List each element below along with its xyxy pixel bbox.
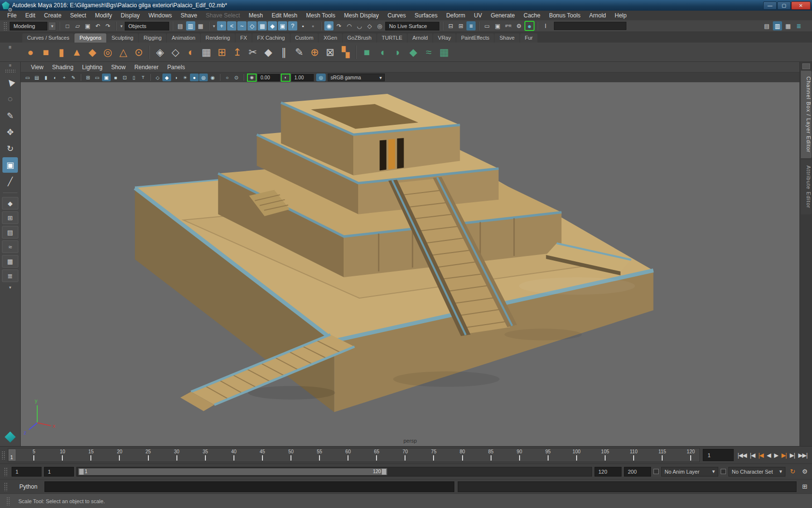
mirror-icon[interactable]: ◐ [184,45,198,60]
xray-icon[interactable]: ○ [223,74,232,81]
menu-help[interactable]: Help [610,11,631,20]
select-camera-icon[interactable]: ▭ [23,74,32,81]
anim-start-field[interactable]: 1 [12,467,42,477]
shelf-tab-arnold[interactable]: Arnold [407,33,433,43]
combine-icon[interactable]: ◈ [153,45,167,60]
snap-point-icon[interactable]: ~ [237,21,246,30]
viewport-canvas[interactable]: y x z persp [21,82,799,446]
resolution-gate-icon[interactable]: ▣ [102,74,111,81]
go-to-end-button[interactable]: ▶▶| [797,451,808,460]
poly-cone-icon[interactable]: ▲ [70,45,84,60]
menu-edit-mesh[interactable]: Edit Mesh [267,11,302,20]
tool-settings-toggle-icon[interactable]: ▥ [773,21,782,30]
field-chart-icon[interactable]: ⊡ [120,74,129,81]
redo-icon[interactable]: ↷ [103,21,113,30]
shelf-tab-shave[interactable]: Shave [494,33,519,43]
type-tool-icon[interactable]: ◆ [406,45,420,60]
open-scene-icon[interactable]: ▱ [73,21,82,30]
curve-warp-right-icon[interactable]: ◗ [391,45,405,60]
snap-view-plane-icon[interactable]: ▦ [258,21,267,30]
lasso-tool-icon[interactable]: ◌ [2,91,18,107]
panel-menu-view[interactable]: View [27,64,48,71]
minimize-button[interactable]: — [763,1,777,10]
exposure-icon[interactable]: ◉ [247,74,256,81]
extrude-icon[interactable]: ↥ [230,45,245,60]
menu-shave[interactable]: Shave [176,11,202,20]
menu-create[interactable]: Create [40,11,66,20]
time-slider-track[interactable]: 1 51015202530354045505560657075808590951… [8,448,700,462]
hypershade-render-icon[interactable]: ● [525,21,534,30]
open-render-view-icon[interactable]: ▭ [482,21,492,30]
save-scene-icon[interactable]: ▣ [83,21,92,30]
shelf-tab-custom[interactable]: Custom [290,33,319,43]
shelf-tab-xgen[interactable]: XGen [319,33,342,43]
playhead[interactable]: 1 [9,449,15,461]
mask-caret-icon[interactable]: ▾ [119,24,124,29]
step-back-frame-button[interactable]: |◀ [749,451,756,460]
move-tool-icon[interactable]: ✥ [2,124,18,140]
layout-more-caret-icon[interactable]: ▾ [9,285,12,290]
menu-set-dropdown[interactable]: Modeling [10,22,47,30]
new-scene-icon[interactable]: □ [63,21,72,30]
quick-numeric-input[interactable] [554,22,626,30]
exposure-field[interactable]: 0.00 [258,74,280,81]
gate-mask-icon[interactable]: ■ [111,74,120,81]
make-live-icon[interactable]: ▣ [278,21,287,30]
poly-plane-icon[interactable]: ◆ [85,45,100,60]
gamma-icon[interactable]: ◐ [281,74,290,81]
camera-attributes-icon[interactable]: ▤ [32,74,41,81]
menu-select[interactable]: Select [66,11,90,20]
layout-four-pane-icon[interactable]: ⊞ [2,211,18,224]
pan-zoom-2d-icon[interactable]: + [60,74,69,81]
command-language-toggle[interactable]: Python [13,483,41,490]
shelf-tab-animation[interactable]: Animation [167,33,200,43]
script-editor-icon[interactable]: ⊞ [800,482,810,492]
shelf-tab-curves-surfaces[interactable]: Curves / Surfaces [22,33,74,43]
construction-history-icon[interactable]: ◉ [324,21,334,30]
quad-draw-icon[interactable]: ✎ [292,45,306,60]
menu-deform[interactable]: Deform [442,11,469,20]
textured-icon[interactable]: ◑ [172,74,180,81]
shelf-tab-vray[interactable]: VRay [433,33,456,43]
soft-select-icon[interactable]: ◠ [345,21,354,30]
motion-blur-icon[interactable]: ◉ [208,74,217,81]
range-track[interactable]: 1 120 [76,467,592,477]
scale-tool-icon[interactable]: ▣ [2,157,18,173]
shelf-tab-painteffects[interactable]: PaintEffects [456,33,494,43]
component-select-icon[interactable]: ▦ [196,21,205,30]
channel-list-icon[interactable]: ≡ [466,21,476,30]
target-weld-icon[interactable]: ⊕ [307,45,322,60]
poly-cylinder-icon[interactable]: ▮ [54,45,69,60]
current-frame-field[interactable]: 1 [703,449,734,461]
step-forward-frame-button[interactable]: ▶| [789,451,796,460]
layout-persp-outliner-icon[interactable]: ▤ [2,226,18,239]
image-plane-icon[interactable]: ◐ [51,74,59,81]
menu-mesh-display[interactable]: Mesh Display [340,11,383,20]
temple-door-1[interactable] [379,140,386,170]
ambient-occlusion-icon[interactable]: ◎ [199,74,208,81]
tab-channel-box-layer-editor[interactable]: Channel Box / Layer Editor [801,71,812,158]
temple-door-lit[interactable] [388,139,395,169]
separate-icon[interactable]: ◇ [168,45,183,60]
shelf-tab-rendering[interactable]: Rendering [201,33,235,43]
curve-warp-left-icon[interactable]: ◖ [375,45,390,60]
poly-pipe-icon[interactable]: ⊙ [131,45,146,60]
render-settings-icon[interactable]: ⚙ [514,21,523,30]
panel-menu-show[interactable]: Show [107,64,130,71]
grid-squares-icon[interactable]: ▚ [338,45,353,60]
bookmark-icon[interactable]: ▮ [42,74,50,81]
maximize-button[interactable]: ▢ [777,1,791,10]
snap-grid-icon[interactable]: + [217,21,226,30]
shelf-tab-gozbrush[interactable]: GoZBrush [343,33,377,43]
colorspace-toggle-icon[interactable]: ◎ [316,74,326,81]
help-line-handle[interactable] [6,497,10,506]
menu-set-caret-icon[interactable]: ▾ [48,22,56,30]
panel-menu-panels[interactable]: Panels [163,64,189,71]
lock-selection-icon[interactable]: ▪ [298,21,307,30]
multi-cut-icon[interactable]: ✂ [246,45,260,60]
play-forwards-button[interactable]: ▶ [773,451,779,460]
copy-input-icon[interactable]: ⊟ [446,21,455,30]
command-line-handle[interactable] [4,482,8,491]
menu-arnold[interactable]: Arnold [585,11,610,20]
use-all-lights-icon[interactable]: ☀ [181,74,189,81]
